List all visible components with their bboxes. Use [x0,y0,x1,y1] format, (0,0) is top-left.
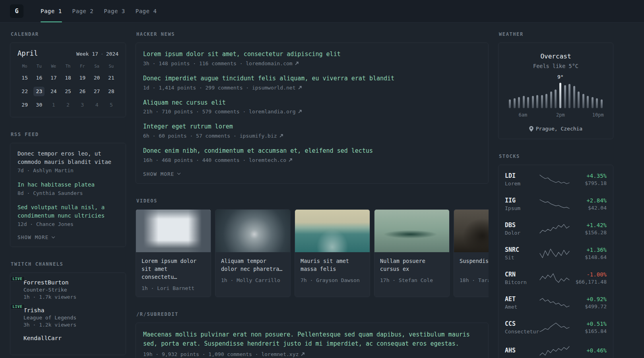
stock-id: CCS Consectetur [505,320,539,335]
calendar-widget: CALENDAR April Week 17·2024 MoTuWeThFrSa… [10,31,126,117]
weather-hour-label: 10pm [592,112,604,118]
weather-bar [568,84,570,108]
page-tabs: Page 1 Page 2 Page 3 Page 4 [35,0,162,22]
hn-item: Donec enim nibh, condimentum et accumsan… [143,147,481,163]
external-link-icon [298,109,302,115]
calendar-card: April Week 17·2024 MoTuWeThFrSaSu1516171… [10,43,126,117]
video-card[interactable]: Suspendisse diam 18h · Tara [454,209,489,297]
calendar-day: 21 [106,73,117,83]
stock-name: Amet [505,304,539,310]
calendar-dow: Th [61,64,75,69]
calendar-day: 4 [91,100,103,110]
rss-item-title[interactable]: In hac habitasse platea [17,181,118,189]
hn-item-title[interactable]: Integer eget rutrum lorem [143,123,481,131]
hackernews-show-more-button[interactable]: SHOW MORE [143,171,180,177]
hn-item: Lorem ipsum dolor sit amet, consectetur … [143,50,481,66]
hn-item-meta: 6h · 60 points · 57 comments · ipsumify.… [143,133,481,139]
weather-bar [527,97,529,108]
weather-bar [523,96,525,108]
stock-sparkline [539,198,570,210]
tab-page-1[interactable]: Page 1 [35,0,67,22]
rss-card: Donec tempor eros leo, ut commodo mauris… [10,143,126,247]
weather-bar [555,90,557,108]
hn-item-meta-text: 6h · 60 points · 57 comments · ipsumify.… [143,133,277,139]
tab-page-4[interactable]: Page 4 [130,0,162,22]
video-thumbnail [295,210,370,252]
video-card[interactable]: Aliquam tempor dolor nec pharetra… 1h · … [215,209,291,297]
hn-item-title[interactable]: Donec imperdiet augue tincidunt felis al… [143,74,481,83]
stock-sparkline [539,223,570,235]
stock-change: +0.51% [570,321,607,327]
videos-widget: VIDEOS Lorem ipsum dolor sit amet consec… [136,198,489,297]
videos-row: Lorem ipsum dolor sit amet consectetu… 1… [136,209,489,297]
hn-item-title[interactable]: Donec enim nibh, condimentum et accumsan… [143,147,481,156]
rss-item-title[interactable]: Sed volutpat nulla nisl, a condimentum n… [17,203,118,220]
video-card[interactable]: Mauris sit amet massa felis 7h · Grayson… [295,209,370,297]
calendar-week-year: Week 17·2024 [76,51,118,57]
stock-row: IIG Ipsum +2.84% $42.04 [505,192,607,216]
show-more-label: SHOW MORE [143,171,175,177]
weather-bar [550,91,552,108]
hn-item-meta: 21h · 710 points · 579 comments · loreml… [143,109,481,115]
video-thumbnail [454,210,489,252]
videos-header: VIDEOS [136,198,489,204]
hn-item-title[interactable]: Aliquam nec cursus elit [143,99,481,107]
calendar-header: CALENDAR [11,31,126,37]
rss-show-more-button[interactable]: SHOW MORE [17,234,54,240]
weather-card: Overcast Feels like 5°C 9° 6am2pm10pm Pr… [498,43,613,139]
calendar-top-row: April Week 17·2024 [17,49,118,57]
dashboard-page: { "topbar": { "logo": "G", "tabs": [ { "… [0,0,644,358]
hn-item-title[interactable]: Lorem ipsum dolor sit amet, consectetur … [143,50,481,59]
tab-page-2[interactable]: Page 2 [67,0,99,22]
calendar-day: 3 [77,100,88,110]
stocks-header: STOCKS [499,154,613,159]
separator-dot: · [101,51,104,57]
weather-hour-label: 2pm [556,112,565,118]
weather-bar [514,98,516,108]
twitch-channel-row[interactable]: LIVE ForrestBurton Counter-Strike 1h · 1… [17,279,118,300]
stock-row: AHS +0.46% [505,340,607,358]
stock-values: +4.35% $795.18 [570,173,607,186]
stock-row: AET Amet +0.92% $499.72 [505,290,607,315]
subreddit-post-title[interactable]: Maecenas mollis pulvinar erat non posuer… [143,330,481,349]
stock-symbol: SNRC [505,246,539,253]
app-logo[interactable]: G [10,4,23,18]
weather-hourly-chart: 9° [509,83,603,108]
twitch-channel-info: KendallCarr [23,335,62,341]
rss-item: Sed volutpat nulla nisl, a condimentum n… [17,203,118,227]
twitch-channel-name[interactable]: Trisha [23,307,76,313]
stock-change: +1.42% [570,222,607,228]
hn-item: Donec imperdiet augue tincidunt felis al… [143,74,481,91]
video-card[interactable]: Nullam posuere cursus ex 17h · Stefan Co… [374,209,450,297]
rss-item: Donec tempor eros leo, ut commodo mauris… [17,150,118,173]
twitch-channel-info: ForrestBurton Counter-Strike 1h · 1.7k v… [23,279,76,300]
stock-row: CCS Consectetur +0.51% $165.84 [505,315,607,340]
hackernews-header: HACKER NEWS [136,31,489,37]
calendar-day: 24 [48,87,59,96]
rss-item-meta: 8d · Cynthia Saunders [17,190,118,196]
stock-id: AET Amet [505,296,539,310]
weather-bar [587,96,589,108]
stock-symbol: CRN [505,271,539,278]
stock-price: $148.64 [570,254,607,260]
weather-bar [532,96,534,108]
stock-change: +2.84% [570,197,607,204]
tab-page-3[interactable]: Page 3 [99,0,130,22]
weather-bar [564,85,566,108]
rss-item-title[interactable]: Donec tempor eros leo, ut commodo mauris… [17,150,118,166]
calendar-dow: Tu [32,64,46,69]
twitch-channel-row[interactable]: LIVE Trisha League of Legends 3h · 1.2k … [17,307,118,328]
video-card[interactable]: Lorem ipsum dolor sit amet consectetu… 1… [136,209,211,297]
video-body: Suspendisse diam 18h · Tara [454,252,489,289]
twitch-channel-name[interactable]: ForrestBurton [23,279,76,286]
hn-item-meta-text: 16h · 468 points · 440 comments · loremt… [143,157,286,163]
stock-id: AHS [505,347,539,355]
hn-item: Aliquam nec cursus elit 21h · 710 points… [143,99,481,115]
twitch-channel-row[interactable]: KendallCarr [17,335,118,341]
subreddit-header: /R/SUBREDDIT [136,311,489,317]
stocks-widget: STOCKS LDI Lorem +4.35% $795.18 IIG [498,154,613,358]
stock-change: +4.35% [570,173,607,179]
stock-name: Lorem [505,181,539,187]
twitch-channel-name[interactable]: KendallCarr [23,335,62,341]
stock-sparkline [539,272,570,284]
